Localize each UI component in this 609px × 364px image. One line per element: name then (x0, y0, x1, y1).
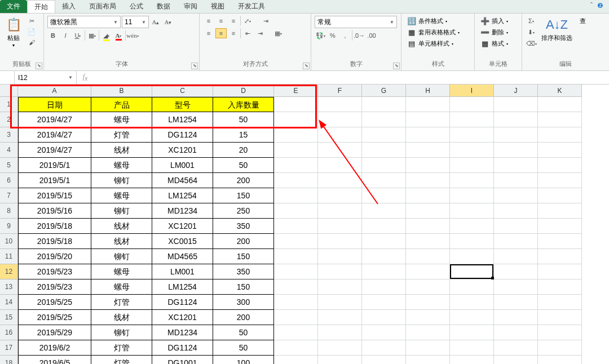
cell-B12[interactable]: 螺母 (91, 264, 152, 279)
cell-D10[interactable]: 200 (213, 234, 274, 249)
cell-C3[interactable]: DG1124 (152, 127, 213, 143)
row-header-3[interactable]: 3 (0, 127, 18, 143)
cell-E4[interactable] (274, 143, 318, 158)
cell-J1[interactable] (494, 97, 538, 112)
cell-A4[interactable]: 2019/4/27 (18, 143, 91, 158)
cell-I11[interactable] (450, 249, 494, 264)
cell-styles-button[interactable]: ▤单元格样式▾ (405, 38, 456, 48)
wrap-text-button[interactable]: ⇥ (260, 16, 271, 26)
cell-J8[interactable] (494, 203, 538, 219)
cell-I17[interactable] (450, 340, 494, 356)
cell-C17[interactable]: DG1124 (152, 340, 213, 356)
cell-C1[interactable]: 型号 (152, 97, 213, 112)
cell-K4[interactable] (538, 143, 582, 158)
currency-button[interactable]: 💱▾ (315, 30, 326, 41)
cell-D9[interactable]: 350 (213, 219, 274, 234)
tab-home[interactable]: 开始 (27, 0, 55, 13)
cell-C8[interactable]: MD1234 (152, 203, 213, 219)
name-box[interactable]: I12▼ (15, 71, 77, 84)
cell-C15[interactable]: XC1201 (152, 310, 213, 325)
font-size-select[interactable]: 11▼ (122, 16, 149, 28)
cell-A8[interactable]: 2019/5/16 (18, 203, 91, 219)
cell-I8[interactable] (450, 203, 494, 219)
cell-B2[interactable]: 螺母 (91, 112, 152, 127)
cell-A11[interactable]: 2019/5/20 (18, 249, 91, 264)
increase-indent-button[interactable]: ⇥ (254, 28, 266, 38)
cell-J6[interactable] (494, 173, 538, 188)
row-header-17[interactable]: 17 (0, 340, 18, 356)
cell-J4[interactable] (494, 143, 538, 158)
align-center-button[interactable]: ≡ (215, 28, 227, 38)
cell-G12[interactable] (362, 264, 406, 279)
cell-H13[interactable] (406, 279, 450, 295)
cell-K7[interactable] (538, 188, 582, 203)
spreadsheet-grid[interactable]: ABCDEFGHIJK 123456789101112131415161718 … (0, 85, 609, 364)
fx-button[interactable]: fx (79, 73, 91, 82)
cell-G9[interactable] (362, 219, 406, 234)
row-header-16[interactable]: 16 (0, 325, 18, 340)
cell-F9[interactable] (318, 219, 362, 234)
cell-J2[interactable] (494, 112, 538, 127)
row-header-14[interactable]: 14 (0, 295, 18, 310)
cell-E6[interactable] (274, 173, 318, 188)
row-header-4[interactable]: 4 (0, 143, 18, 158)
cell-J12[interactable] (494, 264, 538, 279)
cell-I6[interactable] (450, 173, 494, 188)
cell-K16[interactable] (538, 325, 582, 340)
cell-E11[interactable] (274, 249, 318, 264)
cell-C2[interactable]: LM1254 (152, 112, 213, 127)
cell-J13[interactable] (494, 279, 538, 295)
border-button[interactable]: ▦▾ (86, 30, 98, 41)
cell-K6[interactable] (538, 173, 582, 188)
cell-K8[interactable] (538, 203, 582, 219)
cell-H17[interactable] (406, 340, 450, 356)
italic-button[interactable]: I (60, 30, 71, 41)
cell-I3[interactable] (450, 127, 494, 143)
align-launcher[interactable]: ⬊ (303, 63, 310, 69)
cell-E17[interactable] (274, 340, 318, 356)
cell-K1[interactable] (538, 97, 582, 112)
cell-D17[interactable]: 50 (213, 340, 274, 356)
cell-D14[interactable]: 300 (213, 295, 274, 310)
tab-formulas[interactable]: 公式 (123, 0, 150, 13)
cell-A13[interactable]: 2019/5/23 (18, 279, 91, 295)
cell-D13[interactable]: 150 (213, 279, 274, 295)
cell-G17[interactable] (362, 340, 406, 356)
format-painter-button[interactable]: 🖌 (26, 37, 37, 47)
cell-B15[interactable]: 线材 (91, 310, 152, 325)
align-middle-button[interactable]: ≡ (215, 16, 227, 26)
cell-D7[interactable]: 150 (213, 188, 274, 203)
cell-K3[interactable] (538, 127, 582, 143)
cell-G2[interactable] (362, 112, 406, 127)
align-left-button[interactable]: ≡ (203, 28, 214, 38)
cell-F13[interactable] (318, 279, 362, 295)
cell-H7[interactable] (406, 188, 450, 203)
cell-B4[interactable]: 线材 (91, 143, 152, 158)
increase-decimal-button[interactable]: .0→ (354, 30, 365, 41)
cell-D2[interactable]: 50 (213, 112, 274, 127)
cell-H2[interactable] (406, 112, 450, 127)
row-header-8[interactable]: 8 (0, 203, 18, 219)
cell-K18[interactable] (538, 356, 582, 364)
number-format-select[interactable]: 常规▼ (315, 16, 397, 28)
cell-F18[interactable] (318, 356, 362, 364)
cell-B6[interactable]: 铆钉 (91, 173, 152, 188)
find-button[interactable]: 查 (577, 16, 588, 26)
cell-J16[interactable] (494, 325, 538, 340)
cell-E8[interactable] (274, 203, 318, 219)
row-header-15[interactable]: 15 (0, 310, 18, 325)
cell-B1[interactable]: 产品 (91, 97, 152, 112)
cell-B13[interactable]: 螺母 (91, 279, 152, 295)
cell-J9[interactable] (494, 219, 538, 234)
cell-B11[interactable]: 铆钉 (91, 249, 152, 264)
row-header-12[interactable]: 12 (0, 264, 18, 279)
cell-D12[interactable]: 350 (213, 264, 274, 279)
cell-K13[interactable] (538, 279, 582, 295)
cell-F10[interactable] (318, 234, 362, 249)
clear-button[interactable]: ⌫▾ (526, 38, 537, 48)
tab-view[interactable]: 视图 (204, 0, 231, 13)
cell-G11[interactable] (362, 249, 406, 264)
cell-E16[interactable] (274, 325, 318, 340)
help-icon[interactable]: ❷ (597, 2, 603, 11)
cell-B9[interactable]: 线材 (91, 219, 152, 234)
